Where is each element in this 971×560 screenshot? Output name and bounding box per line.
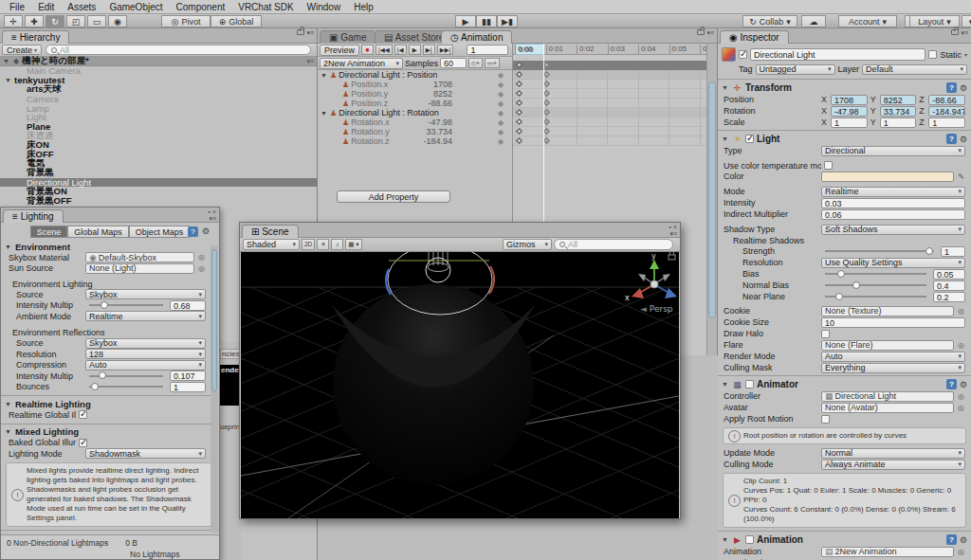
play-button[interactable]: ▶ (455, 15, 476, 27)
tab-inspector[interactable]: ◉ Inspector (720, 30, 789, 44)
keyframe-diamond[interactable] (543, 99, 550, 106)
lock-icon[interactable] (297, 29, 304, 35)
step-button[interactable]: ▶▮ (497, 15, 518, 27)
gear-icon[interactable]: ⚙ (960, 535, 967, 545)
object-picker-icon[interactable]: ◎ (957, 404, 965, 412)
animation-property-row[interactable]: ▼ ♟ Rotation.y 33.734 ◆ (318, 127, 512, 136)
avatar-field[interactable]: None (Avatar) (821, 403, 954, 413)
position-z-field[interactable]: -88.66 (928, 95, 965, 105)
gear-icon[interactable]: ⚙ (960, 83, 967, 93)
scrollbar-thumb[interactable] (211, 249, 217, 391)
compression-dropdown[interactable]: Auto▾ (85, 360, 206, 370)
shadow-resolution-dropdown[interactable]: Use Quality Settings▾ (821, 258, 965, 268)
record-button[interactable]: ● (361, 45, 374, 55)
lighting-mode-dropdown[interactable]: Shadowmask▾ (85, 448, 206, 459)
animation-property-row[interactable]: ▼ ♟ Directional Light : Position ◆ (318, 70, 512, 80)
keyframe-diamond[interactable] (516, 137, 522, 144)
keyframe-diamond[interactable] (516, 71, 522, 78)
keyframe-diamond[interactable] (543, 118, 550, 125)
gear-icon[interactable]: ⚙ (202, 226, 210, 236)
rotation-z-field[interactable]: -184.947 (928, 106, 965, 117)
draw-halo-checkbox[interactable] (821, 330, 830, 338)
keyframe-icon[interactable]: ◆ (498, 118, 504, 127)
gizmos-dropdown[interactable]: Gizmos▾ (503, 239, 552, 250)
near-plane-slider[interactable] (825, 296, 926, 298)
lighting-window-controls[interactable]: ▪ ×▾≡ (208, 208, 216, 222)
keyframe-diamond[interactable] (543, 109, 550, 116)
keyframe-icon[interactable]: ◆ (498, 90, 504, 99)
object-picker-icon[interactable]: ◎ (197, 253, 206, 262)
help-book-icon[interactable]: ? (946, 82, 957, 93)
gear-icon[interactable]: ⚙ (960, 380, 967, 389)
keyframe-diamond[interactable] (516, 62, 522, 68)
lighting-tab-scene[interactable]: Scene (30, 226, 68, 238)
scene-row-menu-icon[interactable]: ▾≡ (306, 58, 314, 65)
sun-source-field[interactable]: None (Light) (85, 263, 194, 274)
foldout-arrow-icon[interactable]: ▼ (321, 72, 328, 79)
inspector-window-menu[interactable]: ▾≡ (951, 29, 968, 36)
light-header[interactable]: ▼☀ Light ?⚙ (718, 133, 971, 145)
keyframe-row[interactable] (513, 70, 707, 80)
foldout-arrow-icon[interactable]: ▼ (5, 77, 12, 83)
combined-key-strip[interactable] (513, 61, 707, 70)
lock-icon[interactable] (951, 29, 959, 35)
scene-audio-toggle[interactable]: ♪ (331, 239, 343, 250)
keyframe-row[interactable] (513, 127, 707, 136)
rect-tool-icon[interactable]: ▭ (87, 15, 106, 27)
animation-property-row[interactable]: ▼ ♟ Rotation.z -184.94 ◆ (318, 136, 512, 146)
help-book-icon[interactable]: ? (946, 134, 957, 144)
hand-tool-icon[interactable]: ✛ (4, 15, 23, 27)
normal-bias-slider[interactable] (825, 284, 926, 286)
2d-toggle[interactable]: 2D (302, 239, 315, 250)
culling-mask-dropdown[interactable]: Everything▾ (821, 363, 965, 373)
keyframe-diamond[interactable] (543, 128, 550, 135)
apply-root-motion-checkbox[interactable] (821, 415, 830, 424)
keyframe-diamond[interactable] (543, 90, 550, 97)
clip-dropdown[interactable]: 2New Animation▾ (320, 58, 403, 69)
mixed-lighting-header[interactable]: ▼Mixed Lighting (1, 426, 219, 438)
object-picker-icon[interactable]: ◎ (957, 392, 965, 401)
object-picker-icon[interactable]: ◎ (957, 341, 965, 350)
rotate-tool-icon[interactable]: ↻ (46, 15, 64, 27)
flare-field[interactable]: None (Flare) (821, 340, 954, 351)
goto-end-button[interactable]: ▶▶| (437, 45, 454, 55)
keyframe-diamond[interactable] (516, 90, 522, 97)
intensity-slider[interactable] (89, 304, 163, 306)
hierarchy-window-menu[interactable]: ▾≡ (297, 29, 314, 36)
hierarchy-item[interactable]: ▼ 床OFF (0, 150, 317, 159)
pause-button[interactable]: ▮▮ (476, 15, 497, 27)
tab-game[interactable]: ▣ Game (320, 30, 376, 44)
env-source-dropdown[interactable]: Skybox▾ (85, 289, 206, 299)
near-plane-value[interactable]: 0.2 (933, 292, 965, 302)
keyframe-diamond[interactable] (516, 128, 522, 135)
environment-header[interactable]: ▼Environment (1, 241, 219, 252)
tag-dropdown[interactable]: Untagged▾ (756, 64, 835, 75)
menu-file[interactable]: File (3, 2, 31, 12)
ambient-mode-dropdown[interactable]: Realtime▾ (85, 311, 206, 321)
animation-component-header[interactable]: ▼▶ Animation ?⚙ (718, 533, 971, 546)
normal-bias-value[interactable]: 0.4 (933, 280, 965, 291)
scale-y-field[interactable]: 1 (880, 117, 917, 128)
keyframe-diamond[interactable] (516, 81, 522, 87)
menu-component[interactable]: Component (170, 2, 232, 12)
cookie-size-field[interactable]: 10 (821, 317, 965, 328)
global-toggle[interactable]: ⊕Global (211, 15, 262, 27)
intensity-value[interactable]: 0.68 (170, 300, 206, 311)
animation-enabled-checkbox[interactable] (745, 535, 754, 544)
menu-vrchat-sdk[interactable]: VRChat SDK (231, 2, 300, 12)
gameobject-name-field[interactable]: Directional Light (750, 48, 925, 61)
keyframe-diamond[interactable] (543, 81, 550, 87)
refl-intensity-slider[interactable] (89, 375, 163, 377)
keyframe-row[interactable] (513, 80, 707, 89)
hierarchy-item[interactable]: ▼ Lamp (0, 103, 317, 113)
light-enabled-checkbox[interactable] (745, 135, 754, 143)
refl-intensity-value[interactable]: 0.107 (170, 370, 206, 381)
frame-field[interactable]: 1 (467, 45, 508, 55)
light-color-swatch[interactable] (821, 172, 954, 182)
scrollbar-thumb[interactable] (708, 81, 716, 318)
pivot-toggle[interactable]: ◎Pivot (161, 15, 211, 27)
light-mode-dropdown[interactable]: Realtime▾ (821, 187, 965, 197)
animation-clip-field[interactable]: ▤2New Animation (821, 547, 954, 557)
hierarchy-item[interactable]: ▼ 背景黒OFF (0, 196, 317, 206)
color-temperature-checkbox[interactable] (824, 161, 833, 170)
